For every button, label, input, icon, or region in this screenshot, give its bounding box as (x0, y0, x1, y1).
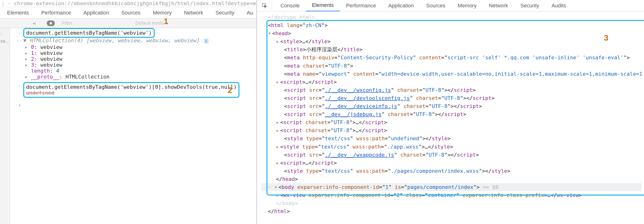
right-devtools-pane: Console Elements Performance Application… (257, 0, 644, 224)
result-row-1[interactable]: ▸ 1: webview (23, 50, 254, 56)
head-open[interactable]: <head> (261, 30, 642, 38)
highlight-box-1: document.getElementsByTagName('webview') (23, 28, 155, 38)
console-undefined: undefined (26, 90, 54, 96)
tab-elements[interactable]: Elements (306, 0, 340, 12)
console-input-icon: › (15, 82, 23, 88)
style-page[interactable]: <style type="text/css" wxss:path="./page… (261, 167, 642, 175)
tab-memory[interactable]: Memory (452, 0, 483, 12)
console-body: › document.getElementsByTagName('webview… (10, 28, 256, 224)
script-src-3[interactable]: <script src="__dev__/jsdebug.js" charset… (261, 110, 642, 118)
tab-performance[interactable]: Performance (35, 7, 77, 18)
left-tabbar: Elements Performance Application Sources… (0, 7, 256, 18)
meta-charset[interactable]: <meta charset="UTF-8"> (261, 62, 642, 70)
script-src-1[interactable]: <script src="./__dev__/devtoolsconfig.js… (261, 94, 642, 102)
live-expression-icon[interactable] (47, 20, 55, 26)
doctype-line[interactable]: <!doctype html> (261, 13, 642, 21)
html-open[interactable]: <html lang="zh-CN"> (261, 21, 642, 30)
console-result-header[interactable]: ▼ HTMLCollection(4) [webview, webview, w… (23, 38, 254, 44)
script-charset-1[interactable]: <script charset="UTF-8">…</script> (261, 118, 642, 126)
tab-security[interactable]: Security (514, 0, 545, 12)
tab-audits-truncated[interactable]: Au (240, 7, 259, 18)
result-length: length: 4 (23, 68, 254, 74)
style-ellipsis[interactable]: <style>…</style> (261, 38, 642, 46)
result-row-3[interactable]: ▸ 3: webview (23, 62, 254, 68)
console-input-icon: › (15, 30, 23, 36)
tab-sources[interactable]: Sources (115, 7, 147, 18)
result-proto[interactable]: ▸ __proto__: HTMLCollection (23, 74, 254, 80)
tab-elements[interactable]: Elements (1, 7, 35, 18)
style-app[interactable]: <style type="text/css" wxss:path="./app.… (261, 143, 642, 151)
meta-viewport[interactable]: <meta name="viewport" content="width=dev… (261, 70, 642, 78)
title-line[interactable]: <title>小程序渲染层</title> (261, 46, 642, 54)
tab-memory[interactable]: Memory (147, 7, 178, 18)
html-close[interactable]: </html> (261, 208, 642, 216)
script-ellipsis-2[interactable]: <script>…</script> (261, 159, 642, 167)
tab-network[interactable]: Network (483, 0, 514, 12)
script-src-2[interactable]: <script src="./__dev__/deviceinfo.js" ch… (261, 102, 642, 110)
tab-network[interactable]: Network (178, 7, 209, 18)
script-src-0[interactable]: <script src="./__dev__/wxconfig.js" char… (261, 86, 642, 94)
console-filter-input[interactable]: Filter (62, 20, 128, 26)
console-command-2[interactable]: document.getElementsByTagName('webview')… (26, 84, 236, 90)
left-sidebar-sliver: ; sa... (0, 28, 10, 224)
console-prompt[interactable]: › (15, 102, 254, 108)
wx-view[interactable]: <wx-view exparser:info-component-id="2" … (261, 191, 642, 199)
console-command-1[interactable]: document.getElementsByTagName('webview') (26, 30, 152, 36)
tab-security[interactable]: Security (209, 7, 240, 18)
style-undef[interactable]: <style type="text/css" wxss:path="undefi… (261, 134, 642, 142)
console-output-icon: ‹· (15, 38, 23, 44)
log-level-label: Default levels (136, 20, 164, 26)
script-charset-2[interactable]: <script charset="UTF-8">…</script> (261, 126, 642, 134)
elements-tree[interactable]: <!doctype html> <html lang="zh-CN"> <hea… (261, 13, 642, 222)
tab-console[interactable]: Console (274, 0, 306, 12)
right-tabbar: Console Elements Performance Application… (257, 0, 644, 12)
sidebar-collapse-icon[interactable]: ▸| (33, 21, 36, 25)
info-badge-icon[interactable]: i (204, 39, 208, 44)
tab-audits[interactable]: Audits (545, 0, 572, 12)
sidebar-stub-2[interactable]: sa... (0, 36, 10, 44)
head-close[interactable]: </head> (261, 175, 642, 183)
meta-csp[interactable]: <meta http-equiv="Content-Security-Polic… (261, 54, 642, 62)
divider (272, 2, 272, 9)
script-appcode[interactable]: <script src="./__dev__/wxappcode.js" cha… (261, 151, 642, 159)
console-toolbar: ▸| Filter Default levels ▼ (0, 18, 256, 28)
result-row-0[interactable]: ▸ 0: webview (23, 44, 254, 50)
tab-performance[interactable]: Performance (340, 0, 382, 12)
body-close[interactable]: </body> (261, 199, 642, 208)
result-row-2[interactable]: ▸ 2: webview (23, 56, 254, 62)
annotation-1: 1 (164, 16, 168, 26)
left-devtools-pane: ; - chrome-extension://mbeenbnhnmdhkbica… (0, 0, 257, 224)
tab-sources[interactable]: Sources (420, 0, 452, 12)
tab-application[interactable]: Application (77, 7, 115, 18)
inspect-icon[interactable] (260, 3, 269, 8)
address-bar: ; - chrome-extension://mbeenbnhnmdhkbica… (0, 0, 256, 7)
body-open-selected[interactable]: ⋯ <body exparser:info-component-id="1" i… (261, 183, 642, 191)
highlight-box-2: document.getElementsByTagName('webview')… (23, 82, 240, 98)
sidebar-stub-1[interactable]: ; (0, 28, 10, 36)
script-ellipsis-1[interactable]: <script>…</script> (261, 78, 642, 86)
tab-application[interactable]: Application (382, 0, 420, 12)
